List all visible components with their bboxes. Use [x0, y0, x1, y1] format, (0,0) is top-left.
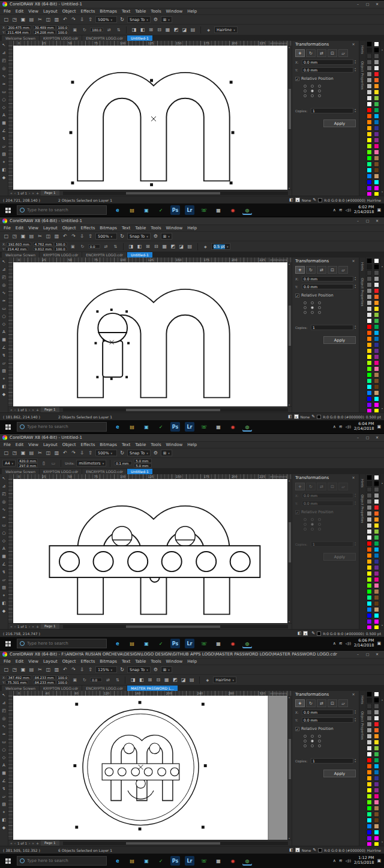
docker-tab[interactable]: Object Properties [361, 278, 364, 306]
undo-icon[interactable]: ↶ [61, 16, 69, 23]
color-swatch[interactable] [367, 173, 372, 179]
options-icon[interactable]: ⚙ [152, 16, 160, 23]
text-tool-icon[interactable]: A [1, 762, 8, 769]
paste-icon[interactable]: ▥ [53, 232, 61, 240]
group-icon[interactable]: ⊞ [144, 243, 152, 250]
transform-x-field[interactable]: 0.0 mm [302, 710, 353, 715]
menu-item[interactable]: Tools [151, 442, 161, 447]
tray-chevron-icon[interactable] [333, 208, 336, 212]
color-swatch[interactable] [367, 113, 372, 119]
shape-tool-icon[interactable]: ⊿ [1, 266, 8, 273]
whatsapp-icon[interactable]: ☏ [199, 422, 209, 432]
transform-x-field[interactable]: 0.0 mm [302, 59, 353, 65]
color-swatch[interactable] [374, 161, 379, 167]
rectangle-tool-icon[interactable]: ▭ [1, 738, 8, 746]
spinner-control[interactable] [355, 710, 356, 714]
redo-icon[interactable]: ↷ [70, 666, 77, 674]
combine-icon[interactable]: ▦ [164, 26, 172, 34]
open-icon[interactable]: ◳ [11, 232, 19, 240]
menu-item[interactable]: Text [122, 659, 130, 664]
snap-to-combo[interactable]: Snap To [127, 233, 151, 240]
freehand-tool-icon[interactable]: ∿ [1, 723, 8, 730]
zoom-tool-icon[interactable]: ◎ [1, 715, 8, 722]
docker-tab[interactable]: Object Properties [361, 711, 364, 740]
color-swatch[interactable] [374, 583, 379, 588]
paste-icon[interactable]: ▥ [53, 449, 61, 457]
options-icon[interactable]: ⚙ [152, 232, 160, 240]
taskbar-search-input[interactable] [27, 208, 104, 212]
lightroom-icon[interactable]: Lr [185, 205, 194, 215]
horizontal-ruler[interactable]: 0255075100125150175200225 millimeters [8, 41, 292, 46]
interactive-fill-tool-icon[interactable]: ◧ [1, 383, 8, 390]
size-transform-icon[interactable]: ⊡ [328, 483, 337, 490]
vertical-scrollbar[interactable] [287, 696, 292, 840]
transform-y-field[interactable]: 0.0 mm [302, 501, 353, 506]
color-swatch[interactable] [374, 806, 379, 811]
color-swatch[interactable] [367, 408, 372, 412]
drop-shadow-tool-icon[interactable]: ▱ [1, 143, 8, 150]
menu-item[interactable]: View [28, 442, 38, 447]
vertical-ruler[interactable] [8, 46, 13, 190]
horizontal-ruler[interactable]: 0255075100125150175200225 millimeters [8, 474, 292, 479]
freehand-tool-icon[interactable]: ∿ [1, 289, 8, 297]
menu-item[interactable]: Table [135, 659, 146, 664]
taskbar-clock[interactable]: 1:12 PM 2/15/2018 [354, 856, 374, 866]
color-swatch[interactable] [374, 722, 379, 727]
print-icon[interactable]: ▤ [28, 16, 35, 23]
combine-icon[interactable]: ▦ [161, 243, 169, 250]
lightroom-icon[interactable]: Lr [185, 422, 194, 432]
docker-close-icon[interactable] [351, 259, 356, 264]
network-icon[interactable] [339, 424, 343, 429]
save-icon[interactable]: ▣ [19, 232, 27, 240]
ellipse-tool-icon[interactable]: ○ [1, 96, 8, 103]
color-swatch[interactable] [367, 318, 372, 324]
apply-button[interactable]: Apply [323, 336, 356, 344]
color-swatch[interactable] [374, 167, 379, 173]
weld-icon[interactable]: ◩ [171, 676, 179, 684]
chrome-icon[interactable]: ◉ [228, 205, 238, 215]
color-swatch[interactable] [374, 113, 379, 119]
close-button[interactable]: ✕ [373, 218, 382, 224]
menu-item[interactable]: File [4, 226, 11, 231]
next-page-button[interactable] [29, 841, 30, 845]
snap-to-combo[interactable]: Snap To [127, 450, 151, 456]
color-swatch[interactable] [374, 258, 379, 264]
open-icon[interactable]: ◳ [11, 449, 19, 457]
menu-item[interactable]: Help [187, 659, 197, 664]
transparency-tool-icon[interactable]: ▨ [1, 584, 8, 591]
color-swatch[interactable] [367, 728, 372, 733]
color-swatch[interactable] [367, 342, 372, 348]
color-swatch[interactable] [374, 41, 379, 47]
transparency-tool-icon[interactable]: ▨ [1, 801, 8, 808]
scrollbar-thumb[interactable] [126, 842, 221, 845]
object-height-field[interactable]: 84.233 mm [33, 680, 56, 684]
volume-icon[interactable] [346, 641, 351, 646]
menu-item[interactable]: Object [62, 226, 76, 231]
drop-shadow-tool-icon[interactable]: ▱ [1, 360, 8, 367]
color-swatch[interactable] [367, 185, 372, 191]
rectangle-tool-icon[interactable]: ▭ [1, 305, 8, 312]
scale-mirror-transform-icon[interactable]: ⇄ [317, 266, 326, 274]
horizontal-scrollbar[interactable] [63, 408, 288, 412]
position-transform-icon[interactable]: + [295, 49, 305, 57]
menu-item[interactable]: Bitmaps [100, 659, 117, 664]
print-icon[interactable]: ▤ [28, 666, 35, 674]
docker-tab[interactable]: Object Properties [361, 495, 364, 523]
object-height-field[interactable]: 9.812 mm [33, 247, 53, 251]
color-swatch[interactable] [374, 812, 379, 817]
color-swatch[interactable] [367, 258, 372, 264]
color-swatch[interactable] [374, 728, 379, 733]
color-swatch[interactable] [374, 571, 379, 576]
color-swatch[interactable] [367, 372, 372, 378]
artistic-media-tool-icon[interactable]: ≈ [1, 80, 8, 88]
scale-x-field[interactable]: 100.0 [56, 675, 70, 680]
color-swatch[interactable] [374, 517, 379, 522]
outline-pen-tool-icon[interactable]: ◆ [1, 607, 8, 615]
color-swatch[interactable] [374, 173, 379, 179]
color-swatch[interactable] [374, 577, 379, 582]
color-swatch[interactable] [374, 746, 379, 751]
color-swatch[interactable] [367, 752, 372, 757]
artistic-media-tool-icon[interactable]: ≈ [1, 514, 8, 521]
color-swatch[interactable] [374, 384, 379, 390]
menu-item[interactable]: Text [122, 226, 130, 231]
